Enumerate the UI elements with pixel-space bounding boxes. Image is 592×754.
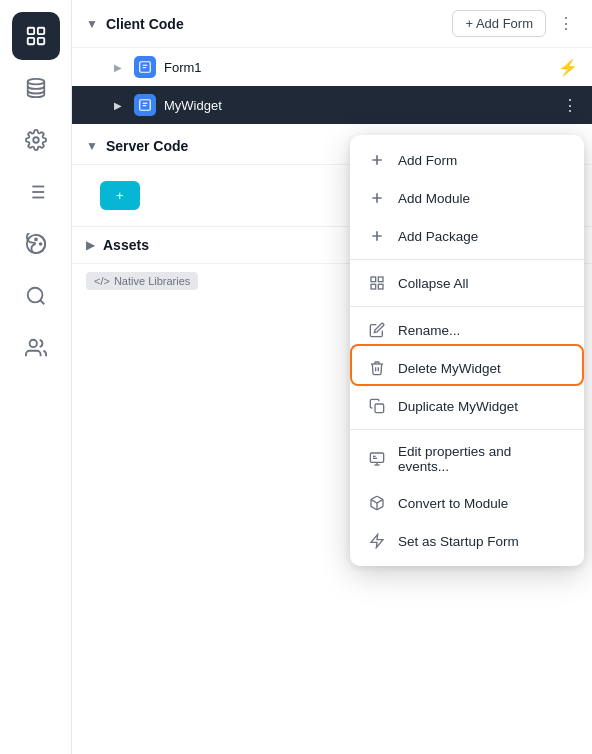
tree-item-mywidget[interactable]: ▶ MyWidget ⋮ <box>72 86 592 124</box>
menu-label-collapse-all: Collapse All <box>398 276 469 291</box>
client-code-more-button[interactable]: ⋮ <box>554 10 578 37</box>
sidebar-icon-layout[interactable] <box>12 12 60 60</box>
svg-rect-0 <box>27 28 33 34</box>
trash-icon <box>368 359 386 377</box>
menu-label-duplicate: Duplicate MyWidget <box>398 399 518 414</box>
panel: ▼ Client Code + Add Form ⋮ ▶ Form1 ⚡ ▶ <box>72 0 592 754</box>
svg-rect-31 <box>378 277 383 282</box>
svg-rect-30 <box>371 277 376 282</box>
menu-label-add-package: Add Package <box>398 229 478 244</box>
sidebar-icon-search[interactable] <box>12 272 60 320</box>
client-code-title: Client Code <box>106 16 445 32</box>
menu-item-add-module[interactable]: Add Module <box>350 179 584 217</box>
divider-1 <box>350 259 584 260</box>
copy-icon <box>368 397 386 415</box>
menu-item-rename[interactable]: Rename... <box>350 311 584 349</box>
svg-line-16 <box>40 300 44 304</box>
sidebar-icon-database[interactable] <box>12 64 60 112</box>
svg-point-17 <box>29 340 36 347</box>
plus-icon-add-form <box>368 151 386 169</box>
collapse-icon <box>368 274 386 292</box>
svg-rect-32 <box>371 284 376 289</box>
plus-icon-add-module <box>368 189 386 207</box>
edit-props-icon <box>368 450 386 468</box>
menu-label-add-form: Add Form <box>398 153 457 168</box>
context-menu: Add Form Add Module Add Package <box>350 135 584 566</box>
add-form-button[interactable]: + Add Form <box>452 10 546 37</box>
menu-item-collapse-all[interactable]: Collapse All <box>350 264 584 302</box>
menu-label-add-module: Add Module <box>398 191 470 206</box>
client-code-chevron[interactable]: ▼ <box>86 17 98 31</box>
menu-label-convert-module: Convert to Module <box>398 496 508 511</box>
sidebar-icon-settings[interactable] <box>12 116 60 164</box>
box-icon <box>368 494 386 512</box>
svg-point-4 <box>27 79 44 85</box>
sidebar-icon-users[interactable] <box>12 324 60 372</box>
form1-badge: ⚡ <box>558 58 578 77</box>
menu-label-rename: Rename... <box>398 323 460 338</box>
divider-3 <box>350 429 584 430</box>
svg-rect-3 <box>37 38 43 44</box>
svg-point-14 <box>39 243 41 245</box>
menu-label-edit-properties: Edit properties and events... <box>398 444 566 474</box>
form1-icon <box>134 56 156 78</box>
menu-item-startup-form[interactable]: Set as Startup Form <box>350 522 584 560</box>
svg-marker-41 <box>371 534 383 547</box>
menu-item-edit-properties[interactable]: Edit properties and events... <box>350 434 584 484</box>
menu-item-duplicate[interactable]: Duplicate MyWidget <box>350 387 584 425</box>
pencil-icon <box>368 321 386 339</box>
sidebar-icon-palette[interactable] <box>12 220 60 268</box>
sidebar <box>0 0 72 754</box>
add-server-button[interactable]: + <box>100 181 140 210</box>
svg-point-13 <box>35 239 37 241</box>
native-lib-badge: </> Native Libraries <box>86 272 198 290</box>
menu-item-add-package[interactable]: Add Package <box>350 217 584 255</box>
form1-chevron: ▶ <box>114 62 126 73</box>
mywidget-chevron: ▶ <box>114 100 126 111</box>
mywidget-label: MyWidget <box>164 98 554 113</box>
menu-item-add-form[interactable]: Add Form <box>350 141 584 179</box>
svg-rect-34 <box>375 404 384 413</box>
mywidget-icon <box>134 94 156 116</box>
bolt-icon <box>368 532 386 550</box>
mywidget-more-button[interactable]: ⋮ <box>562 96 578 115</box>
assets-chevron[interactable]: ▶ <box>86 238 95 252</box>
svg-point-15 <box>27 288 42 303</box>
server-code-chevron[interactable]: ▼ <box>86 139 98 153</box>
svg-point-5 <box>33 137 39 143</box>
sidebar-icon-list[interactable] <box>12 168 60 216</box>
main-panel: ▼ Client Code + Add Form ⋮ ▶ Form1 ⚡ ▶ <box>72 0 592 754</box>
menu-label-startup-form: Set as Startup Form <box>398 534 519 549</box>
form1-label: Form1 <box>164 60 550 75</box>
svg-rect-33 <box>378 284 383 289</box>
native-lib-label: Native Libraries <box>114 275 190 287</box>
plus-icon-add-package <box>368 227 386 245</box>
menu-label-delete: Delete MyWidget <box>398 361 501 376</box>
svg-rect-1 <box>37 28 43 34</box>
menu-item-convert-module[interactable]: Convert to Module <box>350 484 584 522</box>
divider-2 <box>350 306 584 307</box>
tree-item-form1[interactable]: ▶ Form1 ⚡ <box>72 48 592 86</box>
client-code-section-header: ▼ Client Code + Add Form ⋮ <box>72 0 592 48</box>
svg-rect-2 <box>27 38 33 44</box>
menu-item-delete[interactable]: Delete MyWidget <box>350 349 584 387</box>
